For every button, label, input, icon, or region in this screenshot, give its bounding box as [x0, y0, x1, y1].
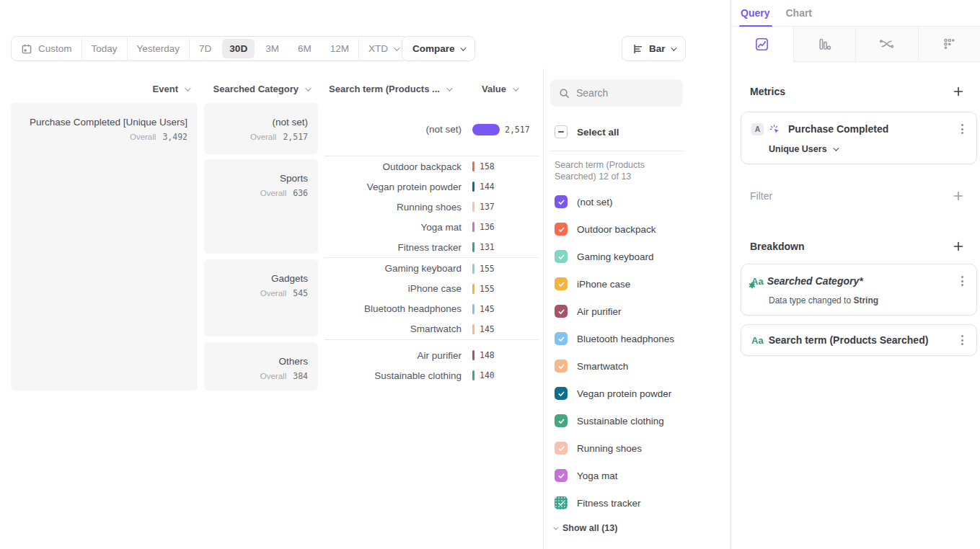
term-row[interactable]: Running shoes137 — [325, 197, 539, 217]
filter-item[interactable]: Sustainable clothing — [555, 407, 730, 434]
filter-item[interactable]: Bluetooth headphones — [555, 325, 730, 352]
column-header-event[interactable]: Event — [11, 84, 189, 94]
checkbox-checked[interactable] — [555, 496, 568, 509]
add-filter-button[interactable] — [953, 190, 964, 202]
value-bar — [472, 370, 474, 380]
filter-item[interactable]: Running shoes — [555, 434, 730, 462]
tab-retention[interactable] — [918, 27, 980, 62]
checkbox-checked[interactable] — [555, 469, 568, 482]
breakdown-card-search-term[interactable]: Aa Search term (Products Searched) — [741, 324, 977, 356]
term-row[interactable]: Smartwatch145 — [325, 319, 539, 339]
tab-query[interactable]: Query — [741, 0, 769, 26]
term-row[interactable]: Outdoor backpack158 — [325, 156, 539, 177]
filter-item-label: Vegan protein powder — [577, 388, 671, 399]
category-cell[interactable]: OthersOverall384 — [204, 342, 318, 390]
filter-item[interactable]: iPhone case — [555, 270, 730, 298]
term-group: Gaming keyboard155iPhone case155Bluetoot… — [325, 257, 539, 339]
select-all-checkbox[interactable] — [555, 125, 568, 138]
aggregation-dropdown[interactable]: Unique Users — [769, 144, 966, 154]
filter-item[interactable]: (not set) — [555, 188, 730, 215]
term-row[interactable]: Bluetooth headphones145 — [325, 299, 539, 319]
term-row[interactable]: (not set)2,517 — [325, 120, 539, 140]
compare-label: Compare — [412, 43, 455, 54]
chevron-down-icon — [305, 85, 311, 91]
search-input[interactable] — [576, 87, 670, 99]
category-name: Sports — [211, 172, 308, 184]
bar-chart-icon — [632, 43, 644, 55]
column-header-search-term[interactable]: Search term (Products ... — [329, 84, 451, 94]
checkbox-checked[interactable] — [555, 360, 568, 372]
value-bar — [472, 222, 474, 232]
kebab-menu-icon[interactable] — [958, 274, 966, 288]
filter-item-label: Running shoes — [577, 443, 642, 454]
checkbox-checked[interactable] — [555, 277, 568, 290]
term-label: Air purifier — [325, 350, 462, 361]
range-button-3m[interactable]: 3M — [256, 37, 288, 61]
event-cell[interactable]: Purchase Completed [Unique Users] Overal… — [11, 103, 198, 390]
filter-caption: Search term (Products Searched) 12 of 13 — [555, 159, 683, 182]
value-text: 148 — [480, 350, 495, 360]
add-breakdown-button[interactable] — [953, 241, 964, 252]
checkbox-checked[interactable] — [555, 332, 568, 345]
term-row[interactable]: Gaming keyboard155 — [325, 259, 539, 279]
checkbox-checked[interactable] — [555, 195, 568, 208]
term-row[interactable]: Yoga mat136 — [325, 217, 539, 237]
breakdown-name: Search term (Products Searched) — [769, 334, 929, 346]
checkbox-checked[interactable] — [555, 414, 568, 427]
category-cell[interactable]: (not set)Overall2,517 — [204, 103, 318, 154]
range-button-today[interactable]: Today — [81, 37, 127, 61]
term-row[interactable]: Sustainable clothing140 — [325, 365, 539, 385]
filter-item[interactable]: Fitness tracker — [555, 489, 730, 517]
category-cell[interactable]: GadgetsOverall545 — [204, 259, 318, 336]
show-all-toggle[interactable]: Show all (13) — [553, 523, 730, 533]
overall-value: 545 — [293, 288, 308, 298]
retention-icon — [942, 37, 957, 52]
filter-item[interactable]: Air purifier — [555, 298, 730, 325]
category-cell[interactable]: SportsOverall636 — [204, 159, 318, 254]
filter-item[interactable]: Vegan protein powder — [555, 380, 730, 407]
value-text: 158 — [480, 161, 495, 171]
checkbox-checked[interactable] — [555, 250, 568, 263]
compare-button[interactable]: Compare — [402, 36, 475, 61]
tab-funnels[interactable] — [793, 27, 856, 62]
chart-type-button[interactable]: Bar — [622, 36, 686, 61]
column-header-searched-category[interactable]: Searched Category — [204, 84, 309, 94]
filter-item[interactable]: Smartwatch — [555, 352, 730, 380]
string-type-icon: Aa✱ — [751, 276, 764, 287]
term-row[interactable]: iPhone case155 — [325, 279, 539, 299]
kebab-menu-icon[interactable] — [958, 333, 966, 347]
range-button-30d[interactable]: 30D — [222, 39, 255, 58]
checkbox-checked[interactable] — [555, 387, 568, 400]
range-button-6m[interactable]: 6M — [288, 37, 321, 61]
filter-item[interactable]: Gaming keyboard — [555, 243, 730, 270]
tab-chart[interactable]: Chart — [785, 0, 812, 26]
filter-item[interactable]: Outdoor backpack — [555, 215, 730, 243]
range-label: 6M — [298, 43, 312, 54]
term-label: Gaming keyboard — [325, 263, 462, 274]
range-button-custom[interactable]: Custom — [12, 37, 81, 61]
category-column: (not set)Overall2,517SportsOverall636Gad… — [204, 103, 318, 390]
term-row[interactable]: Fitness tracker131 — [325, 237, 539, 257]
breakdown-card-searched-category[interactable]: Aa✱ Searched Category* Data type changed… — [741, 264, 977, 316]
term-row[interactable]: Air purifier148 — [325, 345, 539, 365]
range-button-7d[interactable]: 7D — [189, 37, 221, 61]
range-button-12m[interactable]: 12M — [321, 37, 358, 61]
tab-insights[interactable] — [731, 27, 793, 62]
add-metric-button[interactable] — [953, 86, 964, 97]
checkbox-checked[interactable] — [555, 442, 568, 455]
overall-value: 384 — [293, 371, 308, 381]
metric-card[interactable]: A Purchase Completed Unique Users — [741, 112, 977, 164]
filter-item[interactable]: Yoga mat — [555, 462, 730, 489]
select-all-row[interactable]: Select all — [555, 125, 730, 138]
checkbox-checked[interactable] — [555, 223, 568, 236]
kebab-menu-icon[interactable] — [958, 122, 966, 136]
term-row[interactable]: Vegan protein powder144 — [325, 177, 539, 197]
range-label: 7D — [199, 43, 211, 54]
checkbox-checked[interactable] — [555, 305, 568, 318]
range-button-xtd[interactable]: XTD — [358, 37, 407, 61]
range-button-yesterday[interactable]: Yesterday — [127, 37, 190, 61]
funnels-icon — [817, 37, 832, 52]
tab-flows[interactable] — [855, 27, 918, 62]
range-label: XTD — [368, 43, 388, 54]
column-header-value[interactable]: Value — [482, 84, 517, 94]
